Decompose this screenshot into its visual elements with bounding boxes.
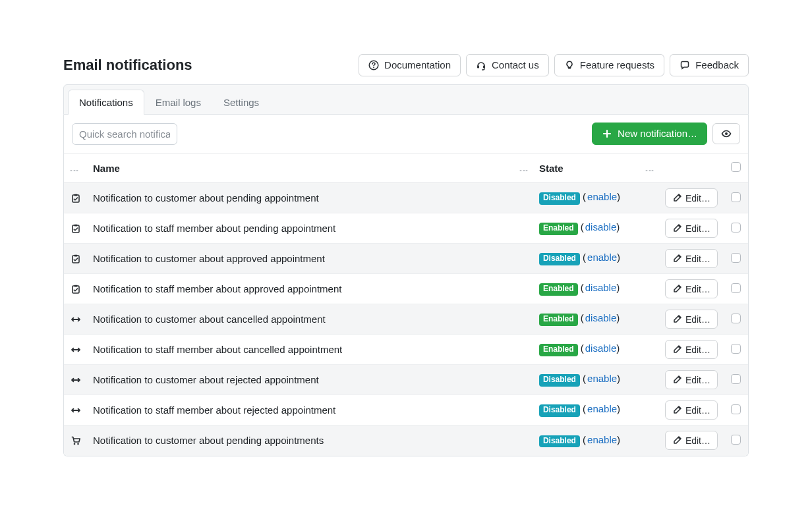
notification-name: Notification to customer about pending a… [93,435,324,446]
edit-button[interactable]: Edit… [665,370,718,389]
tab-settings[interactable]: Settings [212,90,270,115]
feedback-button[interactable]: Feedback [670,54,749,76]
feature-requests-label: Feature requests [580,59,654,71]
table-row: Notification to customer about pending a… [64,183,748,213]
pencil-icon [672,374,682,385]
row-checkbox[interactable] [731,374,741,384]
table-row: Notification to staff member about pendi… [64,213,748,244]
edit-label: Edit… [685,435,710,446]
state-badge: Disabled [539,192,580,204]
plus-icon [602,128,612,139]
arrows-icon [69,314,82,325]
table-row: Notification to staff member about rejec… [64,395,748,425]
state-badge: Disabled [539,253,580,265]
headset-icon [476,60,486,70]
tab-notifications[interactable]: Notifications [68,90,144,115]
edit-label: Edit… [685,223,710,234]
edit-button[interactable]: Edit… [665,279,718,298]
row-checkbox[interactable] [731,344,741,354]
contact-us-button[interactable]: Contact us [466,54,549,76]
row-checkbox[interactable] [731,435,741,445]
edit-label: Edit… [685,375,710,385]
clipboard-icon [69,254,82,264]
lightbulb-icon [564,60,575,70]
edit-button[interactable]: Edit… [665,249,718,268]
column-name-header[interactable]: Name [93,163,120,174]
disable-link[interactable]: disable [585,221,617,233]
enable-link[interactable]: enable [587,434,617,445]
toggle-columns-button[interactable] [712,123,740,144]
edit-button[interactable]: Edit… [665,400,718,420]
notification-name: Notification to customer about rejected … [93,374,319,385]
state-badge: Enabled [539,314,578,325]
pencil-icon [672,435,682,446]
edit-label: Edit… [685,193,710,204]
pencil-icon [672,223,682,234]
enable-link[interactable]: enable [587,403,617,414]
row-checkbox[interactable] [731,283,741,293]
pencil-icon [672,283,682,294]
notification-name: Notification to staff member about pendi… [93,223,335,234]
column-menu-icon[interactable]: ⋮ [644,163,654,173]
edit-label: Edit… [685,284,710,294]
tabs-bar: Notifications Email logs Settings [63,84,749,115]
notifications-table: ⋮ Name ⋮ State ⋮ Notification to custome… [64,153,748,456]
row-checkbox[interactable] [731,404,741,414]
row-checkbox[interactable] [731,253,741,263]
state-badge: Enabled [539,344,578,356]
edit-button[interactable]: Edit… [665,431,718,450]
eye-icon [721,128,732,139]
feature-requests-button[interactable]: Feature requests [554,54,664,76]
row-checkbox[interactable] [731,314,741,323]
contact-us-label: Contact us [492,59,539,71]
table-row: Notification to customer about approved … [64,244,748,274]
state-badge: Disabled [539,404,580,416]
enable-link[interactable]: enable [587,373,617,384]
notification-name: Notification to customer about cancelled… [93,314,326,325]
pencil-icon [672,314,682,325]
arrows-icon [69,375,82,385]
notification-name: Notification to customer about approved … [93,253,325,264]
arrows-icon [69,344,82,355]
edit-button[interactable]: Edit… [665,219,718,238]
edit-button[interactable]: Edit… [665,310,718,329]
tab-email-logs[interactable]: Email logs [144,90,212,115]
row-checkbox[interactable] [731,223,741,233]
state-badge: Disabled [539,435,580,447]
edit-label: Edit… [685,344,710,355]
help-icon [368,60,379,70]
search-input[interactable] [72,123,177,145]
table-row: Notification to staff member about cance… [64,335,748,365]
edit-label: Edit… [685,314,710,325]
column-menu-icon[interactable]: ⋮ [69,163,80,173]
disable-link[interactable]: disable [585,282,617,293]
table-row: Notification to customer about pending a… [64,425,748,456]
column-menu-icon[interactable]: ⋮ [518,163,529,173]
pencil-icon [672,404,682,416]
disable-link[interactable]: disable [585,312,617,323]
documentation-label: Documentation [384,59,451,71]
edit-button[interactable]: Edit… [665,188,718,207]
header-actions: Documentation Contact us Feature request… [359,54,749,76]
state-badge: Enabled [539,223,578,234]
table-row: Notification to customer about rejected … [64,365,748,395]
pencil-icon [672,344,682,355]
enable-link[interactable]: enable [587,252,617,263]
pencil-icon [672,253,682,264]
select-all-checkbox[interactable] [731,162,741,172]
enable-link[interactable]: enable [587,191,617,202]
clipboard-icon [69,193,82,204]
chat-icon [680,60,690,70]
disable-link[interactable]: disable [585,343,617,354]
row-checkbox[interactable] [731,192,741,202]
new-notification-button[interactable]: New notification… [592,123,707,145]
edit-button[interactable]: Edit… [665,340,718,359]
table-row: Notification to staff member about appro… [64,274,748,304]
pencil-icon [672,192,682,204]
documentation-button[interactable]: Documentation [359,54,461,76]
notification-name: Notification to staff member about appro… [93,283,341,294]
new-notification-label: New notification… [618,128,697,140]
column-state-header[interactable]: State [539,163,564,174]
notification-name: Notification to staff member about rejec… [93,404,335,416]
cart-icon [69,435,82,446]
